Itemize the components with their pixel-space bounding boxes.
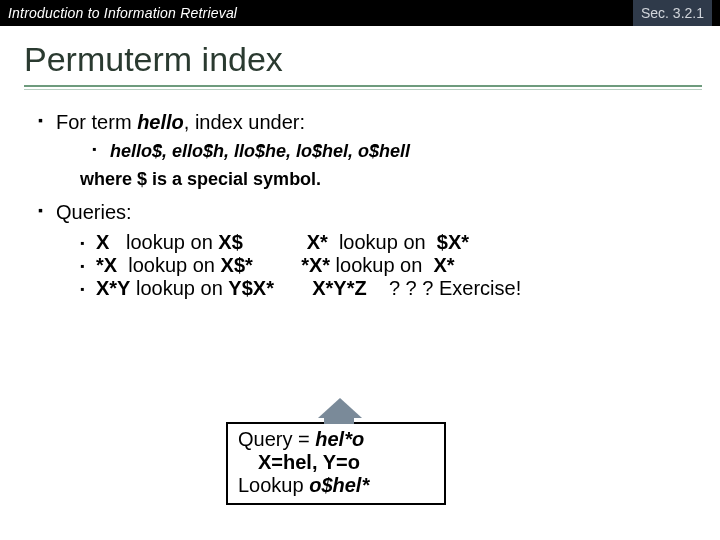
course-title: Introduction to Information Retrieval	[8, 5, 237, 21]
q-xyz-label: X*Y*Z	[312, 277, 366, 299]
slide: Introduction to Information Retrieval Se…	[0, 0, 720, 540]
section-label: Sec. 3.2.1	[633, 0, 712, 26]
q-starxstar-key: X*	[433, 254, 454, 276]
arrow-up-icon	[318, 398, 362, 418]
page-title: Permuterm index	[24, 40, 702, 79]
slide-body: For term hello, index under: hello$, ell…	[0, 96, 720, 300]
top-bar: Introduction to Information Retrieval Se…	[0, 0, 720, 26]
title-rule	[24, 85, 702, 87]
q-x-label: X	[96, 231, 109, 253]
query-xstarystarZ: X*Y*Z ? ? ? Exercise!	[290, 277, 694, 300]
callout-l1a: Query =	[238, 428, 315, 450]
bullet-list: For term hello, index under: hello$, ell…	[26, 110, 694, 163]
term-hello: hello	[137, 111, 184, 133]
callout-line-1: Query = hel*o	[238, 428, 434, 451]
special-symbol-note: where $ is a special symbol.	[26, 169, 694, 190]
callout-line-2: X=hel, Y=o	[238, 451, 434, 474]
q-starxstar-label: *X*	[301, 254, 330, 276]
query-row-1: X lookup on X$ X* lookup on $X*	[80, 231, 694, 254]
q-starxstar-txt: lookup on	[336, 254, 434, 276]
callout-l3b: o$hel*	[309, 474, 369, 496]
q-starx-txt: lookup on	[128, 254, 220, 276]
q-xstar-key: $X*	[437, 231, 469, 253]
q-xyz-exercise: ? ? ? Exercise!	[389, 277, 521, 299]
q-xstar-txt: lookup on	[339, 231, 437, 253]
arrow-stem	[324, 416, 354, 424]
q-starx-label: *X	[96, 254, 117, 276]
bullet-text-pre: For term	[56, 111, 137, 133]
callout-group: Query = hel*o X=hel, Y=o Lookup o$hel*	[226, 422, 446, 505]
q-xstary-key: Y$X*	[228, 277, 274, 299]
rotations-item: hello$, ello$h, llo$he, lo$hel, o$hell	[92, 140, 694, 163]
q-starx-key: X$*	[221, 254, 253, 276]
bullet-for-term: For term hello, index under: hello$, ell…	[38, 110, 694, 163]
query-starxstar: *X* lookup on X*	[290, 254, 694, 277]
q-x-key: X$	[218, 231, 242, 253]
title-subrule	[24, 89, 702, 90]
q-x-txt: lookup on	[126, 231, 218, 253]
query-x: X lookup on X$	[80, 231, 290, 254]
rotations-list: hello$, ello$h, llo$he, lo$hel, o$hell	[56, 140, 694, 163]
callout-l1b: hel*o	[315, 428, 364, 450]
bullet-queries: Queries:	[38, 200, 694, 226]
bullet-text-post: , index under:	[184, 111, 305, 133]
query-row-3: X*Y lookup on Y$X* X*Y*Z ? ? ? Exercise!	[80, 277, 694, 300]
query-xstar: X* lookup on $X*	[290, 231, 694, 254]
queries-grid: X lookup on X$ X* lookup on $X* *X looku…	[80, 231, 694, 300]
bullet-list-2: Queries:	[26, 200, 694, 226]
title-area: Permuterm index	[0, 26, 720, 96]
query-xstary: X*Y lookup on Y$X*	[80, 277, 290, 300]
query-starx: *X lookup on X$*	[80, 254, 290, 277]
q-xstary-label: X*Y	[96, 277, 130, 299]
example-callout: Query = hel*o X=hel, Y=o Lookup o$hel*	[226, 422, 446, 505]
query-row-2: *X lookup on X$* *X* lookup on X*	[80, 254, 694, 277]
q-xstar-label: X*	[307, 231, 328, 253]
callout-line-3: Lookup o$hel*	[238, 474, 434, 497]
callout-l3a: Lookup	[238, 474, 309, 496]
q-xstary-txt: lookup on	[136, 277, 228, 299]
